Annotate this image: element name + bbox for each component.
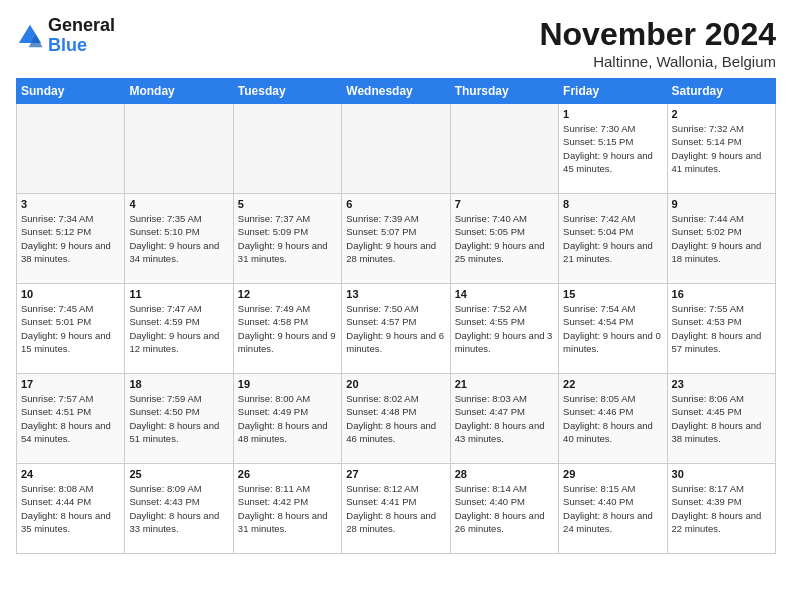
day-cell: 22Sunrise: 8:05 AM Sunset: 4:46 PM Dayli… — [559, 374, 667, 464]
day-cell: 2Sunrise: 7:32 AM Sunset: 5:14 PM Daylig… — [667, 104, 775, 194]
day-number: 22 — [563, 378, 662, 390]
day-number: 20 — [346, 378, 445, 390]
day-number: 25 — [129, 468, 228, 480]
day-info: Sunrise: 8:08 AM Sunset: 4:44 PM Dayligh… — [21, 482, 120, 535]
day-info: Sunrise: 7:50 AM Sunset: 4:57 PM Dayligh… — [346, 302, 445, 355]
day-number: 27 — [346, 468, 445, 480]
day-cell: 13Sunrise: 7:50 AM Sunset: 4:57 PM Dayli… — [342, 284, 450, 374]
day-info: Sunrise: 7:49 AM Sunset: 4:58 PM Dayligh… — [238, 302, 337, 355]
day-cell — [233, 104, 341, 194]
day-cell — [125, 104, 233, 194]
day-cell: 5Sunrise: 7:37 AM Sunset: 5:09 PM Daylig… — [233, 194, 341, 284]
day-number: 26 — [238, 468, 337, 480]
day-cell: 20Sunrise: 8:02 AM Sunset: 4:48 PM Dayli… — [342, 374, 450, 464]
day-number: 19 — [238, 378, 337, 390]
day-number: 15 — [563, 288, 662, 300]
day-cell: 26Sunrise: 8:11 AM Sunset: 4:42 PM Dayli… — [233, 464, 341, 554]
day-number: 6 — [346, 198, 445, 210]
location-subtitle: Haltinne, Wallonia, Belgium — [539, 53, 776, 70]
day-number: 1 — [563, 108, 662, 120]
weekday-header-row: SundayMondayTuesdayWednesdayThursdayFrid… — [17, 79, 776, 104]
logo-icon — [16, 22, 44, 50]
day-info: Sunrise: 8:17 AM Sunset: 4:39 PM Dayligh… — [672, 482, 771, 535]
day-info: Sunrise: 8:00 AM Sunset: 4:49 PM Dayligh… — [238, 392, 337, 445]
day-cell: 30Sunrise: 8:17 AM Sunset: 4:39 PM Dayli… — [667, 464, 775, 554]
weekday-header-monday: Monday — [125, 79, 233, 104]
day-number: 23 — [672, 378, 771, 390]
weekday-header-wednesday: Wednesday — [342, 79, 450, 104]
day-cell: 25Sunrise: 8:09 AM Sunset: 4:43 PM Dayli… — [125, 464, 233, 554]
day-info: Sunrise: 7:42 AM Sunset: 5:04 PM Dayligh… — [563, 212, 662, 265]
day-info: Sunrise: 7:37 AM Sunset: 5:09 PM Dayligh… — [238, 212, 337, 265]
day-cell: 1Sunrise: 7:30 AM Sunset: 5:15 PM Daylig… — [559, 104, 667, 194]
week-row-4: 24Sunrise: 8:08 AM Sunset: 4:44 PM Dayli… — [17, 464, 776, 554]
day-info: Sunrise: 8:03 AM Sunset: 4:47 PM Dayligh… — [455, 392, 554, 445]
day-number: 12 — [238, 288, 337, 300]
day-info: Sunrise: 7:59 AM Sunset: 4:50 PM Dayligh… — [129, 392, 228, 445]
day-cell — [342, 104, 450, 194]
day-number: 3 — [21, 198, 120, 210]
day-cell: 7Sunrise: 7:40 AM Sunset: 5:05 PM Daylig… — [450, 194, 558, 284]
day-cell: 15Sunrise: 7:54 AM Sunset: 4:54 PM Dayli… — [559, 284, 667, 374]
day-cell: 6Sunrise: 7:39 AM Sunset: 5:07 PM Daylig… — [342, 194, 450, 284]
day-info: Sunrise: 7:52 AM Sunset: 4:55 PM Dayligh… — [455, 302, 554, 355]
day-info: Sunrise: 7:30 AM Sunset: 5:15 PM Dayligh… — [563, 122, 662, 175]
day-info: Sunrise: 7:35 AM Sunset: 5:10 PM Dayligh… — [129, 212, 228, 265]
day-info: Sunrise: 8:09 AM Sunset: 4:43 PM Dayligh… — [129, 482, 228, 535]
day-info: Sunrise: 7:54 AM Sunset: 4:54 PM Dayligh… — [563, 302, 662, 355]
day-cell: 24Sunrise: 8:08 AM Sunset: 4:44 PM Dayli… — [17, 464, 125, 554]
day-cell: 27Sunrise: 8:12 AM Sunset: 4:41 PM Dayli… — [342, 464, 450, 554]
day-number: 24 — [21, 468, 120, 480]
day-info: Sunrise: 8:02 AM Sunset: 4:48 PM Dayligh… — [346, 392, 445, 445]
day-number: 28 — [455, 468, 554, 480]
day-number: 18 — [129, 378, 228, 390]
month-title: November 2024 — [539, 16, 776, 53]
day-number: 14 — [455, 288, 554, 300]
day-number: 29 — [563, 468, 662, 480]
week-row-1: 3Sunrise: 7:34 AM Sunset: 5:12 PM Daylig… — [17, 194, 776, 284]
day-number: 9 — [672, 198, 771, 210]
day-cell — [17, 104, 125, 194]
day-info: Sunrise: 7:39 AM Sunset: 5:07 PM Dayligh… — [346, 212, 445, 265]
day-cell: 8Sunrise: 7:42 AM Sunset: 5:04 PM Daylig… — [559, 194, 667, 284]
day-cell: 18Sunrise: 7:59 AM Sunset: 4:50 PM Dayli… — [125, 374, 233, 464]
day-number: 4 — [129, 198, 228, 210]
day-info: Sunrise: 7:32 AM Sunset: 5:14 PM Dayligh… — [672, 122, 771, 175]
day-number: 16 — [672, 288, 771, 300]
calendar-table: SundayMondayTuesdayWednesdayThursdayFrid… — [16, 78, 776, 554]
day-number: 10 — [21, 288, 120, 300]
day-cell: 19Sunrise: 8:00 AM Sunset: 4:49 PM Dayli… — [233, 374, 341, 464]
day-info: Sunrise: 7:44 AM Sunset: 5:02 PM Dayligh… — [672, 212, 771, 265]
weekday-header-friday: Friday — [559, 79, 667, 104]
day-info: Sunrise: 7:57 AM Sunset: 4:51 PM Dayligh… — [21, 392, 120, 445]
day-info: Sunrise: 7:34 AM Sunset: 5:12 PM Dayligh… — [21, 212, 120, 265]
weekday-header-thursday: Thursday — [450, 79, 558, 104]
day-cell: 12Sunrise: 7:49 AM Sunset: 4:58 PM Dayli… — [233, 284, 341, 374]
day-number: 21 — [455, 378, 554, 390]
day-number: 5 — [238, 198, 337, 210]
day-cell: 29Sunrise: 8:15 AM Sunset: 4:40 PM Dayli… — [559, 464, 667, 554]
week-row-2: 10Sunrise: 7:45 AM Sunset: 5:01 PM Dayli… — [17, 284, 776, 374]
logo-text: GeneralBlue — [48, 16, 115, 56]
day-number: 11 — [129, 288, 228, 300]
day-info: Sunrise: 8:12 AM Sunset: 4:41 PM Dayligh… — [346, 482, 445, 535]
title-area: November 2024 Haltinne, Wallonia, Belgiu… — [539, 16, 776, 70]
day-info: Sunrise: 8:11 AM Sunset: 4:42 PM Dayligh… — [238, 482, 337, 535]
day-number: 13 — [346, 288, 445, 300]
day-cell: 9Sunrise: 7:44 AM Sunset: 5:02 PM Daylig… — [667, 194, 775, 284]
day-number: 30 — [672, 468, 771, 480]
day-number: 8 — [563, 198, 662, 210]
day-info: Sunrise: 7:55 AM Sunset: 4:53 PM Dayligh… — [672, 302, 771, 355]
day-cell: 28Sunrise: 8:14 AM Sunset: 4:40 PM Dayli… — [450, 464, 558, 554]
logo: GeneralBlue — [16, 16, 115, 56]
day-cell: 4Sunrise: 7:35 AM Sunset: 5:10 PM Daylig… — [125, 194, 233, 284]
day-cell: 21Sunrise: 8:03 AM Sunset: 4:47 PM Dayli… — [450, 374, 558, 464]
day-number: 2 — [672, 108, 771, 120]
day-info: Sunrise: 8:15 AM Sunset: 4:40 PM Dayligh… — [563, 482, 662, 535]
day-cell: 3Sunrise: 7:34 AM Sunset: 5:12 PM Daylig… — [17, 194, 125, 284]
page-header: GeneralBlue November 2024 Haltinne, Wall… — [16, 16, 776, 70]
day-number: 17 — [21, 378, 120, 390]
day-cell: 23Sunrise: 8:06 AM Sunset: 4:45 PM Dayli… — [667, 374, 775, 464]
weekday-header-saturday: Saturday — [667, 79, 775, 104]
day-info: Sunrise: 7:40 AM Sunset: 5:05 PM Dayligh… — [455, 212, 554, 265]
